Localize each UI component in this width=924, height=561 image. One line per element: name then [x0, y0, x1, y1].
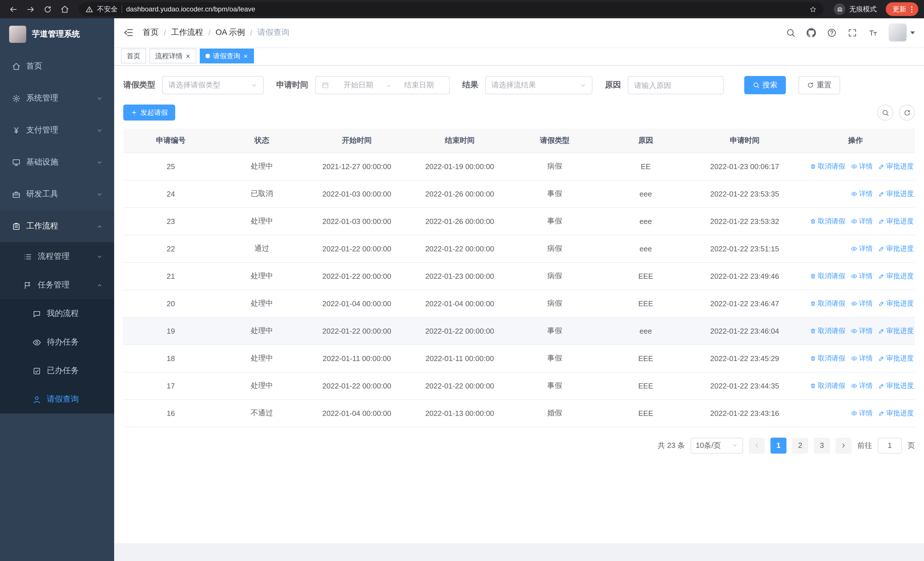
sidebar-fold-icon[interactable]	[123, 27, 134, 38]
breadcrumb-item[interactable]: OA 示例	[216, 27, 245, 38]
detail-action-link[interactable]: 详情	[851, 244, 873, 253]
search-button[interactable]: 搜索	[744, 76, 786, 94]
sidebar-item-task-management[interactable]: 任务管理	[0, 271, 114, 299]
cancel-action-link[interactable]: 取消请假	[810, 271, 845, 281]
bookmark-star-icon[interactable]	[809, 5, 817, 13]
tab-leave-query[interactable]: 请假查询	[200, 48, 254, 63]
table-row[interactable]: 22 通过 2022-01-22 00:00:00 2022-01-22 00:…	[123, 235, 915, 262]
cancel-action-link[interactable]: 取消请假	[810, 381, 845, 391]
detail-action-link[interactable]: 详情	[851, 161, 873, 171]
end-date-placeholder: 结束日期	[394, 80, 444, 90]
detail-action-link[interactable]: 详情	[851, 189, 873, 199]
next-page-button[interactable]	[836, 437, 852, 453]
progress-action-link[interactable]: 审批进度	[878, 381, 914, 391]
table-row[interactable]: 24 已取消 2022-01-03 00:00:00 2022-01-26 00…	[123, 180, 915, 208]
search-icon[interactable]	[786, 28, 796, 38]
github-icon[interactable]	[806, 28, 816, 38]
table-row[interactable]: 19 处理中 2022-01-22 00:00:00 2022-01-22 00…	[123, 317, 915, 344]
sidebar-item-system-management[interactable]: 系统管理	[0, 82, 114, 114]
sidebar-item-payment-management[interactable]: 支付管理	[0, 114, 114, 146]
table-row[interactable]: 16 不通过 2022-01-04 00:00:00 2022-01-13 00…	[123, 399, 915, 427]
result-select[interactable]: 请选择流结果	[485, 76, 592, 94]
forward-button[interactable]	[23, 2, 38, 17]
progress-action-link[interactable]: 审批进度	[878, 326, 914, 335]
detail-action-link[interactable]: 详情	[851, 353, 873, 363]
sidebar-item-my-process[interactable]: 我的流程	[0, 299, 114, 328]
back-button[interactable]	[6, 2, 21, 17]
refresh-table-button[interactable]	[899, 105, 915, 120]
detail-action-link[interactable]: 详情	[851, 326, 873, 335]
table-row[interactable]: 18 处理中 2022-01-11 00:00:00 2022-01-11 00…	[123, 344, 915, 372]
app-shell: 芋道管理系统 首页 系统管理 支付管理 基础设施	[0, 18, 924, 561]
cancel-action-link[interactable]: 取消请假	[810, 216, 845, 226]
cell-status: 通过	[218, 235, 305, 262]
progress-action-link[interactable]: 审批进度	[878, 271, 914, 281]
sidebar-item-workflow[interactable]: 工作流程	[0, 210, 114, 242]
reason-input[interactable]	[634, 81, 717, 89]
table-row[interactable]: 21 处理中 2022-01-22 00:00:00 2022-01-23 00…	[123, 262, 915, 290]
fullscreen-icon[interactable]	[848, 28, 857, 38]
page-size-select[interactable]: 10条/页	[691, 437, 743, 453]
sidebar-item-leave-query[interactable]: 请假查询	[0, 385, 114, 414]
progress-action-link[interactable]: 审批进度	[878, 353, 914, 363]
cancel-action-link[interactable]: 取消请假	[810, 326, 845, 335]
sidebar-item-dev-tools[interactable]: 研发工具	[0, 178, 114, 210]
user-menu[interactable]	[889, 23, 915, 42]
cell-apply-id: 18	[123, 344, 218, 372]
table-row[interactable]: 20 处理中 2022-01-04 00:00:00 2022-01-04 00…	[123, 290, 915, 317]
tab-home[interactable]: 首页	[121, 48, 146, 63]
cancel-action-link[interactable]: 取消请假	[810, 161, 845, 171]
table-row[interactable]: 17 处理中 2022-01-22 00:00:00 2022-01-22 00…	[123, 372, 915, 399]
action-label: 取消请假	[818, 326, 845, 335]
action-label: 审批进度	[886, 298, 914, 308]
leave-type-select[interactable]: 请选择请假类型	[162, 76, 264, 94]
detail-action-link[interactable]: 详情	[851, 381, 873, 391]
cell-leave-type: 病假	[511, 152, 598, 180]
breadcrumb-item[interactable]: 工作流程	[171, 27, 203, 38]
update-chip[interactable]: 更新	[886, 2, 918, 16]
sidebar-item-process-management[interactable]: 流程管理	[0, 242, 114, 271]
eye-icon	[851, 328, 857, 334]
font-size-icon[interactable]	[868, 28, 878, 38]
close-icon[interactable]	[243, 53, 248, 59]
cell-apply-id: 24	[123, 180, 218, 208]
page-button-3[interactable]: 3	[814, 437, 830, 453]
table-row[interactable]: 23 处理中 2022-01-03 00:00:00 2022-01-26 00…	[123, 208, 915, 235]
sidebar-item-infrastructure[interactable]: 基础设施	[0, 146, 114, 178]
detail-action-link[interactable]: 详情	[851, 408, 873, 418]
sidebar-logo[interactable]: 芋道管理系统	[0, 18, 114, 50]
goto-page-input[interactable]	[878, 437, 902, 453]
close-icon[interactable]	[186, 53, 190, 59]
reload-button[interactable]	[40, 2, 55, 17]
progress-action-link[interactable]: 审批进度	[878, 244, 914, 253]
table-row[interactable]: 25 处理中 2021-12-27 00:00:00 2022-01-19 00…	[123, 152, 915, 180]
incognito-icon	[834, 3, 845, 15]
help-icon[interactable]	[827, 28, 837, 38]
home-button[interactable]	[57, 2, 72, 17]
detail-action-link[interactable]: 详情	[851, 271, 873, 281]
detail-action-link[interactable]: 详情	[851, 216, 873, 226]
apply-time-range-picker[interactable]: 开始日期 - 结束日期	[315, 76, 450, 94]
page-button-1[interactable]: 1	[771, 437, 786, 453]
toggle-search-button[interactable]	[877, 105, 893, 120]
create-leave-button[interactable]: 发起请假	[123, 105, 175, 120]
breadcrumb-item[interactable]: 首页	[142, 27, 159, 38]
detail-action-link[interactable]: 详情	[851, 298, 873, 308]
cell-status: 处理中	[218, 208, 305, 235]
address-bar[interactable]: 不安全 dashboard.yudao.iocoder.cn/bpm/oa/le…	[79, 2, 824, 16]
progress-action-link[interactable]: 审批进度	[878, 189, 914, 199]
cancel-action-link[interactable]: 取消请假	[810, 353, 845, 363]
progress-action-link[interactable]: 审批进度	[878, 408, 914, 418]
progress-action-link[interactable]: 审批进度	[878, 298, 914, 308]
sidebar-item-done-tasks[interactable]: 已办任务	[0, 356, 114, 385]
menu-dots-icon[interactable]	[908, 5, 916, 14]
page-button-2[interactable]: 2	[792, 437, 808, 453]
tab-process-detail[interactable]: 流程详情	[150, 48, 196, 63]
progress-action-link[interactable]: 审批进度	[878, 216, 914, 226]
reset-button[interactable]: 重置	[798, 76, 840, 94]
sidebar-item-home[interactable]: 首页	[0, 50, 114, 82]
progress-action-link[interactable]: 审批进度	[878, 161, 914, 171]
prev-page-button[interactable]	[749, 437, 765, 453]
sidebar-item-todo-tasks[interactable]: 待办任务	[0, 328, 114, 356]
cancel-action-link[interactable]: 取消请假	[810, 298, 845, 308]
